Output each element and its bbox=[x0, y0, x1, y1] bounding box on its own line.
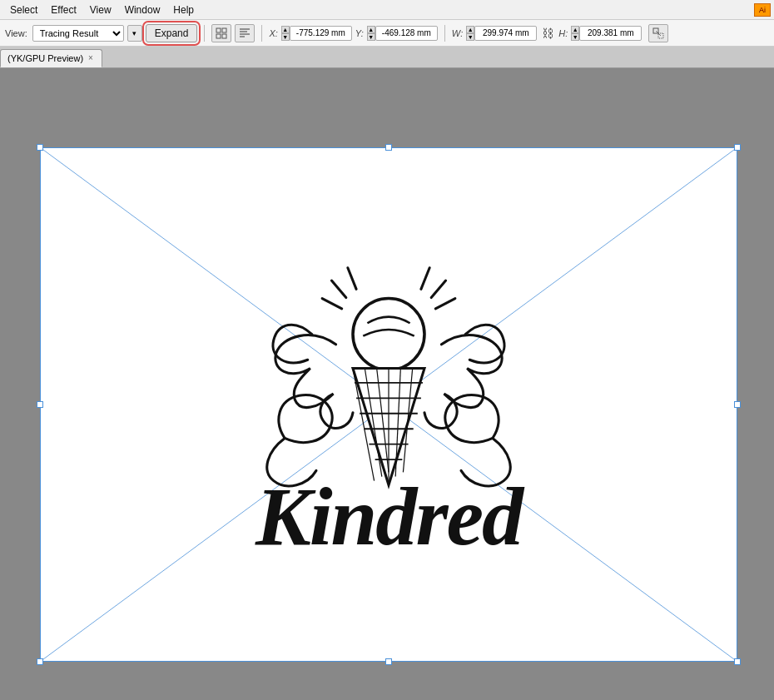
h-coord-input[interactable] bbox=[579, 26, 642, 41]
svg-line-18 bbox=[431, 281, 445, 298]
grid-align-icon[interactable] bbox=[211, 24, 231, 42]
toolbar-divider-1 bbox=[204, 25, 205, 42]
svg-rect-2 bbox=[216, 34, 221, 38]
tab-bar: (YK/GPU Preview) × bbox=[0, 47, 774, 68]
x-spinner-down[interactable]: ▼ bbox=[281, 33, 290, 41]
logo-container: Kindred bbox=[40, 147, 737, 662]
menu-view[interactable]: View bbox=[83, 2, 118, 17]
transform-svg bbox=[652, 27, 664, 39]
y-coord-label: Y: bbox=[355, 28, 364, 38]
canvas-area[interactable]: Kindred bbox=[0, 68, 774, 700]
w-coord-label: W: bbox=[452, 28, 463, 38]
h-coord-label: H: bbox=[558, 28, 568, 38]
y-spinner[interactable]: ▲ ▼ bbox=[367, 26, 375, 41]
svg-rect-1 bbox=[222, 28, 226, 32]
svg-line-15 bbox=[331, 281, 345, 298]
tab-close-btn[interactable]: × bbox=[88, 54, 93, 62]
tracing-view-select[interactable]: Tracing Result Outlines Source Image bbox=[32, 25, 124, 42]
y-spinner-up[interactable]: ▲ bbox=[367, 26, 375, 33]
tab-label: (YK/GPU Preview) bbox=[7, 53, 83, 63]
view-label: View: bbox=[5, 28, 27, 38]
align-svg bbox=[239, 27, 251, 39]
svg-line-17 bbox=[421, 268, 429, 290]
toolbar: View: Tracing Result Outlines Source Ima… bbox=[0, 20, 774, 47]
svg-line-14 bbox=[348, 268, 356, 290]
svg-point-20 bbox=[353, 299, 424, 370]
h-spinner[interactable]: ▲ ▼ bbox=[571, 26, 579, 41]
toolbar-divider-3 bbox=[444, 25, 445, 42]
align-icon[interactable] bbox=[235, 24, 255, 42]
canvas-tab[interactable]: (YK/GPU Preview) × bbox=[0, 49, 102, 67]
y-coord-input[interactable] bbox=[375, 26, 438, 41]
menu-help[interactable]: Help bbox=[166, 2, 201, 17]
transform-icon-btn[interactable] bbox=[648, 24, 668, 42]
svg-rect-0 bbox=[216, 28, 221, 32]
y-spinner-down[interactable]: ▼ bbox=[367, 33, 375, 41]
x-coord-label: X: bbox=[269, 28, 277, 38]
w-spinner[interactable]: ▲ ▼ bbox=[466, 26, 474, 41]
grid-svg bbox=[216, 27, 227, 39]
w-spinner-up[interactable]: ▲ bbox=[466, 26, 474, 33]
menu-select[interactable]: Select bbox=[3, 2, 44, 17]
svg-text:Kindred: Kindred bbox=[255, 471, 525, 563]
w-spinner-down[interactable]: ▼ bbox=[466, 33, 474, 41]
x-coord-input[interactable] bbox=[290, 26, 352, 41]
logo-artwork: Kindred bbox=[210, 242, 568, 566]
app-icon: Ai bbox=[754, 3, 771, 17]
h-spinner-up[interactable]: ▲ bbox=[571, 26, 579, 33]
x-spinner[interactable]: ▲ ▼ bbox=[281, 26, 290, 41]
toolbar-divider-2 bbox=[261, 25, 262, 42]
expand-button[interactable]: Expand bbox=[146, 24, 198, 42]
h-spinner-down[interactable]: ▼ bbox=[571, 33, 579, 41]
link-proportional-icon[interactable]: ⛓ bbox=[542, 27, 553, 40]
svg-line-19 bbox=[435, 299, 455, 309]
menu-effect[interactable]: Effect bbox=[44, 2, 82, 17]
svg-line-16 bbox=[322, 299, 342, 309]
w-coord-input[interactable] bbox=[474, 26, 537, 41]
chevron-down-icon: ▾ bbox=[132, 29, 136, 37]
view-dropdown-btn[interactable]: ▾ bbox=[127, 25, 142, 42]
menu-bar: Select Effect View Window Help Ai bbox=[0, 0, 774, 20]
svg-rect-3 bbox=[222, 34, 226, 38]
menu-window[interactable]: Window bbox=[118, 2, 167, 17]
x-spinner-up[interactable]: ▲ bbox=[281, 26, 290, 33]
